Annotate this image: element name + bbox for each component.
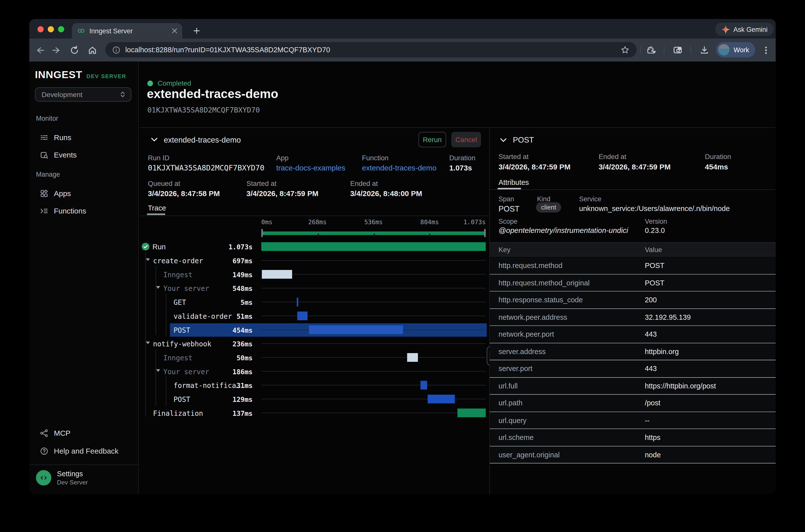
trace-span-row[interactable]: GET5ms xyxy=(139,295,489,309)
meta-field-duration: Duration1.073s xyxy=(449,154,475,172)
span-timeline xyxy=(261,350,486,364)
attribute-row: http.request.method_originalPOST xyxy=(490,274,776,291)
tab-attributes[interactable]: Attributes xyxy=(499,178,529,186)
downloads-icon[interactable] xyxy=(699,45,709,55)
trace-span-row[interactable]: Inngest50ms xyxy=(139,350,489,364)
bookmark-star-icon[interactable] xyxy=(621,45,630,54)
window-maximize-button[interactable] xyxy=(58,26,64,32)
sidebar-item-label: Functions xyxy=(54,207,87,215)
trace-span-row[interactable]: format-notifica…31ms xyxy=(139,378,489,392)
span-name: Run xyxy=(153,243,166,251)
meta-value[interactable]: extended-traces-demo xyxy=(362,164,436,172)
attribute-row: url.path/post xyxy=(490,395,776,412)
sidebar-item-apps[interactable]: Apps xyxy=(33,186,134,200)
extensions-icon[interactable] xyxy=(646,45,656,55)
home-icon[interactable] xyxy=(87,45,97,55)
collapse-chevron-icon[interactable] xyxy=(151,138,157,142)
minimap-handle-left[interactable] xyxy=(261,229,263,237)
trace-span-row[interactable]: Run1.073s xyxy=(139,240,489,253)
sidebar-item-functions[interactable]: Functions xyxy=(33,204,134,218)
trace-span-row[interactable]: Your server548ms xyxy=(139,281,489,295)
span-duration: 454ms xyxy=(191,326,252,334)
trace-span-row[interactable]: Your server186ms xyxy=(139,364,489,378)
attribute-row: network.peer.address32.192.95.139 xyxy=(490,309,776,326)
timeline-track-line xyxy=(261,413,486,413)
span-timeline xyxy=(261,364,486,378)
trace-span-row[interactable]: POST454ms xyxy=(139,323,489,337)
browser-menu-icon[interactable] xyxy=(761,45,771,55)
span-detail-panel: POST Started at3/4/2026, 8:47:59 PMEnded… xyxy=(490,127,776,494)
span-timeline xyxy=(261,295,486,309)
sidebar-item-events[interactable]: Events xyxy=(33,148,134,162)
new-tab-button[interactable] xyxy=(190,25,203,37)
trace-span-row[interactable]: create-order697ms xyxy=(139,253,489,267)
trace-span-row[interactable]: notify-webhook236ms xyxy=(139,337,489,350)
attribute-row: http.response.status_code200 xyxy=(490,292,776,309)
meta-label: Ended at xyxy=(599,153,671,161)
tab-trace[interactable]: Trace xyxy=(148,204,166,212)
trace-span-row[interactable]: Finalization137ms xyxy=(139,406,489,420)
toolbar-divider xyxy=(640,46,641,54)
timeline-track-line xyxy=(261,260,486,261)
trace-tabs-border xyxy=(139,215,489,216)
minimap-handle-right[interactable] xyxy=(484,229,486,237)
rerun-button[interactable]: Rerun xyxy=(418,132,446,147)
sidebar-item-runs[interactable]: Runs xyxy=(33,130,134,144)
environment-select[interactable]: Development xyxy=(35,87,131,102)
meta-field-started-at: Started at3/4/2026, 8:47:59 PM xyxy=(246,180,318,197)
browser-toolbar: localhost:8288/run?runID=01KJXTWA35SA8D2… xyxy=(30,39,776,62)
span-timeline xyxy=(261,309,486,323)
cancel-button[interactable]: Cancel xyxy=(451,132,481,147)
back-icon[interactable] xyxy=(34,45,44,55)
url-text[interactable]: localhost:8288/run?runID=01KJXTWA35SA8D2… xyxy=(125,46,616,54)
profile-chip[interactable]: Work xyxy=(716,42,755,57)
meta-label: Run ID xyxy=(148,154,264,162)
sidebar-item-label: Events xyxy=(54,151,77,159)
meta-field-queued-at: Queued at3/4/2026, 8:47:58 PM xyxy=(148,180,220,197)
meta-label: Duration xyxy=(449,154,475,162)
ask-gemini-button[interactable]: Ask Gemini xyxy=(715,23,774,36)
settings-label: Settings xyxy=(57,470,88,478)
attribute-value: httpbin.org xyxy=(645,347,679,355)
sidebar-item-label: Apps xyxy=(54,189,71,197)
timeline-track-line xyxy=(261,371,486,372)
collapse-chevron-icon[interactable] xyxy=(500,138,507,142)
site-info-icon[interactable] xyxy=(113,46,120,54)
attributes-table-header: Key Value xyxy=(490,242,776,257)
window-close-button[interactable] xyxy=(38,26,44,32)
meta-value[interactable]: trace-docs-examples xyxy=(276,164,345,172)
trace-span-row[interactable]: POST129ms xyxy=(139,392,489,406)
window-minimize-button[interactable] xyxy=(48,26,54,32)
span-duration: 548ms xyxy=(191,285,252,292)
logo-text: INNGEST xyxy=(35,69,82,80)
tab-close-icon[interactable] xyxy=(172,28,177,33)
span-timeline xyxy=(261,281,486,295)
address-bar[interactable]: localhost:8288/run?runID=01KJXTWA35SA8D2… xyxy=(105,42,637,57)
reload-icon[interactable] xyxy=(69,45,79,55)
trace-span-row[interactable]: validate-order51ms xyxy=(139,309,489,323)
meta-value: 3/4/2026, 8:47:59 PM xyxy=(499,163,570,171)
chevron-down-icon[interactable] xyxy=(146,258,150,261)
chevron-down-icon[interactable] xyxy=(156,286,160,289)
attribute-key: http.response.status_code xyxy=(499,296,583,304)
sidebar-item-help-and-feedback[interactable]: Help and Feedback xyxy=(33,444,134,458)
meta-value: 3/4/2026, 8:47:59 PM xyxy=(599,163,671,171)
sidebar-item-mcp[interactable]: MCP xyxy=(33,426,134,440)
tab-search-icon[interactable] xyxy=(673,45,682,55)
attribute-row: url.query-- xyxy=(490,412,776,429)
browser-tab[interactable]: Inngest Server xyxy=(72,23,182,39)
chevron-down-icon[interactable] xyxy=(156,369,160,372)
chevron-down-icon[interactable] xyxy=(146,341,150,344)
trace-span-row[interactable]: Inngest149ms xyxy=(139,267,489,281)
meta-label: Ended at xyxy=(350,180,422,187)
sidebar-item-settings[interactable]: Settings Dev Server xyxy=(36,470,88,486)
run-id: 01KJXTWA35SA8D2MCQF7BXYD70 xyxy=(147,106,260,114)
meta-label: Duration xyxy=(705,153,731,161)
status-label: Completed xyxy=(157,80,191,87)
sidebar: INNGEST DEV SERVER Development MonitorRu… xyxy=(30,62,139,494)
span-bar xyxy=(297,298,298,306)
attribute-key: url.path xyxy=(499,399,523,407)
span-status-check-icon xyxy=(142,243,149,251)
indent-guide xyxy=(166,293,166,337)
forward-icon[interactable] xyxy=(52,45,61,55)
